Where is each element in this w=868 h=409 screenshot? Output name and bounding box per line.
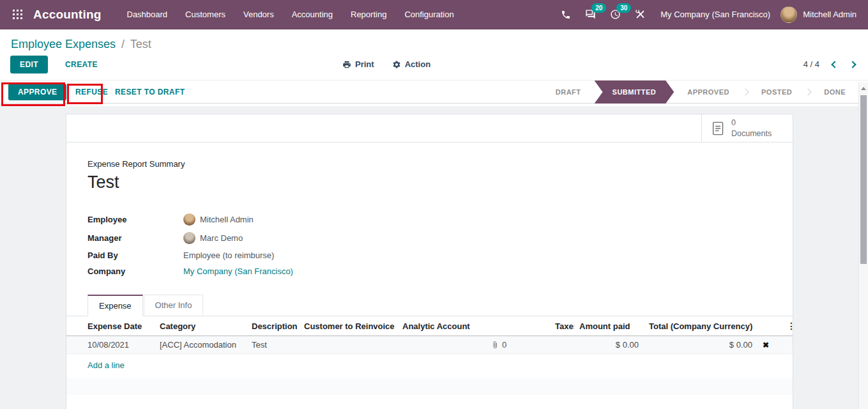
company-switcher[interactable]: My Company (San Francisco) — [660, 10, 770, 19]
field-group: Employee Mitchell Admin Manager Marc Dem… — [88, 213, 772, 276]
user-avatar[interactable] — [780, 6, 797, 23]
paid-by-label: Paid By — [88, 251, 183, 260]
app-title[interactable]: Accounting — [33, 8, 102, 22]
pager: 4 / 4 — [803, 59, 855, 69]
breadcrumb-parent[interactable]: Employee Expenses — [11, 38, 116, 50]
pager-previous-icon[interactable] — [831, 61, 838, 68]
cell-amount-paid[interactable]: $ 0.00 — [574, 336, 644, 354]
document-icon — [712, 120, 725, 137]
gear-icon — [392, 60, 401, 69]
employee-avatar — [183, 213, 195, 226]
col-delete — [758, 316, 782, 336]
breadcrumb-separator: / — [119, 38, 127, 50]
action-button[interactable]: Action — [392, 59, 430, 69]
vertical-scrollbar[interactable] — [858, 82, 868, 409]
manager-label: Manager — [88, 233, 183, 243]
attachment-count: 0 — [502, 340, 506, 350]
menu-accounting[interactable]: Accounting — [283, 5, 342, 24]
cell-customer-to-reinvoice[interactable] — [299, 336, 397, 354]
col-expense-date[interactable]: Expense Date — [66, 316, 155, 336]
cell-description[interactable]: Test — [247, 336, 299, 354]
control-panel: Employee Expenses / Test EDIT CREATE Pri… — [0, 29, 868, 106]
optional-columns-toggle[interactable]: ⋮ — [782, 316, 793, 336]
table-header-row: Expense Date Category Description Custom… — [66, 316, 793, 336]
kebab-icon[interactable]: ⋮ — [787, 321, 793, 331]
employee-value[interactable]: Mitchell Admin — [183, 213, 772, 226]
status-submitted[interactable]: SUBMITTED — [595, 81, 674, 104]
activities-icon[interactable]: 30 — [603, 5, 628, 24]
cell-category[interactable]: [ACC] Accomodation — [155, 336, 247, 354]
user-menu[interactable]: Mitchell Admin — [803, 10, 857, 19]
col-category[interactable]: Category — [155, 316, 247, 336]
control-row: EDIT CREATE Print Action 4 / 4 — [0, 51, 868, 80]
status-done[interactable]: DONE — [811, 81, 858, 104]
messages-icon[interactable]: 20 — [578, 5, 603, 24]
center-actions: Print Action — [342, 59, 430, 69]
button-box: 0 Documents — [66, 114, 793, 143]
cell-total[interactable]: $ 0.00 — [644, 336, 758, 354]
employee-name[interactable]: Mitchell Admin — [200, 215, 254, 224]
add-a-line-link[interactable]: Add a line — [66, 354, 130, 376]
employee-label: Employee — [88, 215, 183, 224]
apps-menu-icon[interactable] — [6, 4, 28, 26]
cell-expense-date[interactable]: 10/08/2021 — [66, 336, 155, 354]
col-taxes[interactable]: Taxes — [550, 316, 574, 336]
reset-to-draft-button[interactable]: RESET TO DRAFT — [110, 84, 190, 100]
print-button[interactable]: Print — [342, 59, 374, 69]
record-title[interactable]: Test — [88, 173, 772, 192]
approve-button[interactable]: APPROVE — [8, 84, 66, 100]
scrollbar-thumb[interactable] — [860, 95, 867, 264]
tools-icon[interactable] — [628, 5, 653, 24]
status-draft[interactable]: DRAFT — [543, 81, 594, 104]
menu-customers[interactable]: Customers — [176, 5, 234, 24]
menu-configuration[interactable]: Configuration — [395, 5, 462, 24]
col-customer-to-reinvoice[interactable]: Customer to Reinvoice — [299, 316, 397, 336]
pager-value: 4 / 4 — [803, 59, 819, 69]
cell-attachments[interactable]: 0 — [486, 336, 550, 354]
create-button[interactable]: CREATE — [59, 56, 104, 73]
form-sheet: 0 Documents Expense Report Summary Test … — [66, 114, 793, 409]
breadcrumb-current: Test — [130, 38, 151, 50]
edit-button[interactable]: EDIT — [10, 56, 48, 73]
status-separator-icon — [742, 88, 749, 95]
cell-delete[interactable]: ✖ — [758, 336, 782, 354]
col-description[interactable]: Description — [247, 316, 299, 336]
menu-vendors[interactable]: Vendors — [234, 5, 283, 24]
status-separator-icon — [805, 88, 812, 95]
manager-name[interactable]: Marc Demo — [200, 233, 243, 243]
scrollbar-up-arrow-icon[interactable] — [861, 87, 866, 90]
pager-next-icon[interactable] — [849, 61, 856, 68]
sheet-body: Expense Report Summary Test Employee Mit… — [66, 143, 793, 276]
col-amount-paid[interactable]: Amount paid — [574, 316, 644, 336]
col-attachments — [486, 316, 550, 336]
status-pipeline: DRAFT SUBMITTED APPROVED POSTED DONE — [543, 81, 858, 104]
cell-analytic-account[interactable] — [397, 336, 486, 354]
statusbar-row: APPROVE REFUSE RESET TO DRAFT DRAFT SUBM… — [0, 80, 868, 104]
company-value[interactable]: My Company (San Francisco) — [183, 266, 772, 276]
paperclip-icon — [491, 341, 499, 349]
manager-avatar — [183, 232, 195, 244]
menu-dashboard[interactable]: Dashboard — [118, 5, 177, 24]
status-approved[interactable]: APPROVED — [674, 81, 742, 104]
menu-reporting[interactable]: Reporting — [342, 5, 395, 24]
empty-row-stripe — [66, 378, 793, 395]
tab-expense[interactable]: Expense — [88, 295, 143, 316]
documents-button[interactable]: 0 Documents — [701, 114, 793, 142]
form-view-background: 0 Documents Expense Report Summary Test … — [0, 106, 868, 409]
status-posted[interactable]: POSTED — [749, 81, 805, 104]
delete-row-icon[interactable]: ✖ — [763, 341, 769, 350]
col-total[interactable]: Total (Company Currency) — [644, 316, 758, 336]
main-menu: Dashboard Customers Vendors Accounting R… — [118, 5, 463, 24]
table-row[interactable]: 10/08/2021 [ACC] Accomodation Test 0 $ 0… — [66, 336, 793, 354]
cell-taxes[interactable] — [550, 336, 574, 354]
top-navbar: Accounting Dashboard Customers Vendors A… — [0, 0, 868, 29]
refuse-button[interactable]: REFUSE — [72, 84, 112, 100]
phone-icon[interactable] — [554, 6, 578, 24]
paid-by-value: Employee (to reimburse) — [183, 251, 772, 260]
documents-label: Documents — [731, 128, 772, 139]
expense-lines-table: Expense Date Category Description Custom… — [66, 316, 793, 354]
col-analytic-account[interactable]: Analytic Account — [397, 316, 486, 336]
manager-value[interactable]: Marc Demo — [183, 232, 772, 244]
tab-other-info[interactable]: Other Info — [144, 295, 204, 316]
breadcrumb: Employee Expenses / Test — [0, 29, 868, 51]
